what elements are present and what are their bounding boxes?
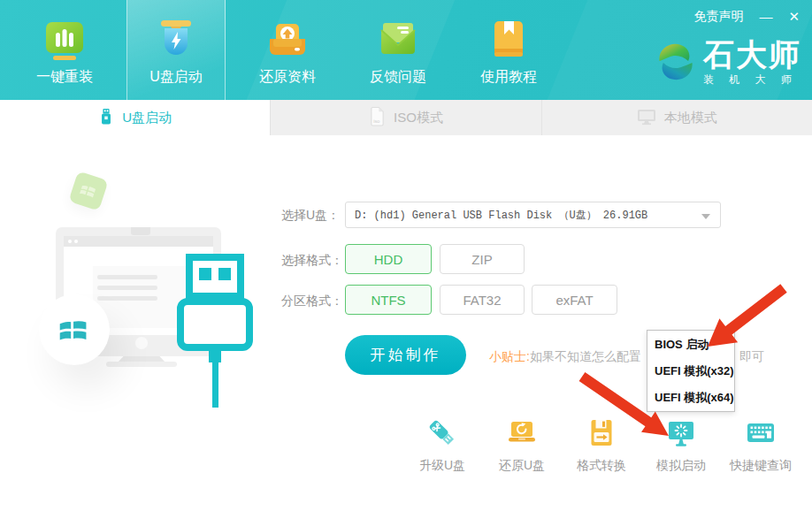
partition-option-ntfs[interactable]: NTFS bbox=[345, 285, 432, 315]
boot-menu-item-uefi-x32[interactable]: UEFI 模拟(x32) bbox=[647, 358, 734, 385]
tab-label: U盘启动 bbox=[122, 110, 172, 126]
tab-label: ISO模式 bbox=[394, 110, 443, 126]
utility-label: 还原U盘 bbox=[499, 458, 545, 474]
brand-name: 石大师 bbox=[703, 39, 801, 71]
tip-prefix: 小贴士: bbox=[489, 349, 530, 363]
format-convert-icon bbox=[586, 416, 617, 450]
iso-file-icon: iso bbox=[369, 106, 386, 129]
close-button[interactable]: ✕ bbox=[788, 9, 800, 25]
usb-upgrade-icon bbox=[426, 416, 458, 450]
usb-cable-stub bbox=[209, 350, 221, 362]
start-make-button[interactable]: 开始制作 bbox=[345, 335, 466, 375]
brand-logo-icon bbox=[656, 40, 695, 88]
usb-cable bbox=[212, 362, 218, 408]
tutorial-icon bbox=[486, 14, 531, 65]
utility-label: 升级U盘 bbox=[419, 458, 465, 474]
utility-restore-usb[interactable]: 还原U盘 bbox=[482, 416, 562, 474]
utility-upgrade-usb[interactable]: 升级U盘 bbox=[402, 416, 482, 474]
tip-text-right: 即可 bbox=[739, 349, 764, 365]
usb-plug-body bbox=[177, 298, 253, 351]
nav-item-feedback[interactable]: 反馈问题 bbox=[349, 0, 447, 100]
tip-text-left: 小贴士:如果不知道怎么配置 bbox=[489, 349, 641, 365]
utility-label: 格式转换 bbox=[577, 458, 626, 474]
feedback-icon bbox=[376, 14, 420, 65]
utility-simulate-boot[interactable]: 模拟启动 bbox=[641, 416, 721, 474]
simulate-boot-icon bbox=[665, 416, 697, 450]
format-option-hdd[interactable]: HDD bbox=[345, 244, 432, 274]
utility-hotkey-lookup[interactable]: 快捷键查询 bbox=[721, 416, 801, 474]
boot-menu-item-uefi-x64[interactable]: UEFI 模拟(x64) bbox=[647, 385, 734, 411]
nav-label: U盘启动 bbox=[149, 68, 203, 87]
chevron-down-icon bbox=[701, 214, 710, 219]
mode-tabs: U盘启动 iso ISO模式 本地模式 bbox=[0, 100, 812, 135]
usb-restore-icon bbox=[506, 416, 538, 450]
partition-option-exfat[interactable]: exFAT bbox=[532, 285, 617, 315]
usb-icon bbox=[98, 107, 114, 129]
utility-label: 模拟启动 bbox=[656, 458, 706, 474]
nav-item-reinstall[interactable]: 一键重装 bbox=[16, 0, 113, 100]
nav-label: 还原资料 bbox=[259, 68, 316, 87]
nav-label: 使用教程 bbox=[480, 68, 537, 87]
brand-tagline: 装 机 大 师 bbox=[703, 72, 801, 88]
tab-local-mode[interactable]: 本地模式 bbox=[541, 100, 812, 135]
tab-usb-boot[interactable]: U盘启动 bbox=[0, 100, 270, 135]
partition-label: 分区格式： bbox=[281, 294, 343, 309]
usb-select-dropdown[interactable]: D: (hd1) General USB Flash Disk （U盘） 26.… bbox=[345, 202, 721, 228]
utility-label: 快捷键查询 bbox=[730, 458, 792, 474]
titlebar: 免责声明 — ✕ bbox=[693, 9, 800, 25]
monitor-base bbox=[106, 362, 177, 367]
boot-menu-item-bios[interactable]: BIOS 启动 bbox=[647, 332, 734, 358]
app-window: 一键重装 U盘启动 bbox=[0, 0, 812, 511]
nav-label: 一键重装 bbox=[36, 68, 93, 87]
tab-label: 本地模式 bbox=[664, 110, 717, 126]
disclaimer-link[interactable]: 免责声明 bbox=[693, 9, 743, 25]
minimize-button[interactable]: — bbox=[759, 9, 772, 25]
usb-select-value: D: (hd1) General USB Flash Disk （U盘） 26.… bbox=[355, 208, 647, 223]
nav-item-restore-data[interactable]: 还原资料 bbox=[239, 0, 336, 100]
nav-item-tutorial[interactable]: 使用教程 bbox=[460, 0, 557, 100]
format-option-zip[interactable]: ZIP bbox=[440, 244, 525, 274]
partition-option-fat32[interactable]: FAT32 bbox=[440, 285, 525, 315]
nav-label: 反馈问题 bbox=[370, 68, 426, 87]
utility-format-convert[interactable]: 格式转换 bbox=[562, 416, 641, 474]
boot-mode-popup: BIOS 启动 UEFI 模拟(x32) UEFI 模拟(x64) bbox=[647, 330, 735, 412]
hotkey-lookup-icon bbox=[745, 416, 777, 450]
usb-boot-icon bbox=[154, 14, 198, 65]
windows-chip-icon bbox=[68, 171, 108, 210]
chart-reinstall-icon bbox=[42, 14, 87, 65]
usb-select-label: 选择U盘： bbox=[281, 208, 340, 224]
brand-logo: 石大师 装 机 大 师 bbox=[656, 39, 801, 88]
format-label: 选择格式： bbox=[281, 253, 343, 269]
restore-data-icon bbox=[265, 14, 310, 65]
main-nav: 一键重装 U盘启动 bbox=[16, 0, 557, 100]
tab-iso-mode[interactable]: iso ISO模式 bbox=[270, 100, 540, 135]
svg-text:iso: iso bbox=[373, 118, 379, 124]
utility-toolbar: 升级U盘 还原U盘 bbox=[402, 416, 801, 474]
monitor-icon bbox=[637, 108, 656, 128]
nav-item-usb-boot[interactable]: U盘启动 bbox=[126, 0, 226, 100]
windows-logo-badge bbox=[39, 294, 110, 365]
top-banner: 一键重装 U盘启动 bbox=[0, 0, 812, 100]
usb-illustration bbox=[0, 135, 292, 511]
usb-plug-connector bbox=[186, 254, 244, 300]
usb-boot-panel: 选择U盘： D: (hd1) General USB Flash Disk （U… bbox=[0, 135, 812, 511]
